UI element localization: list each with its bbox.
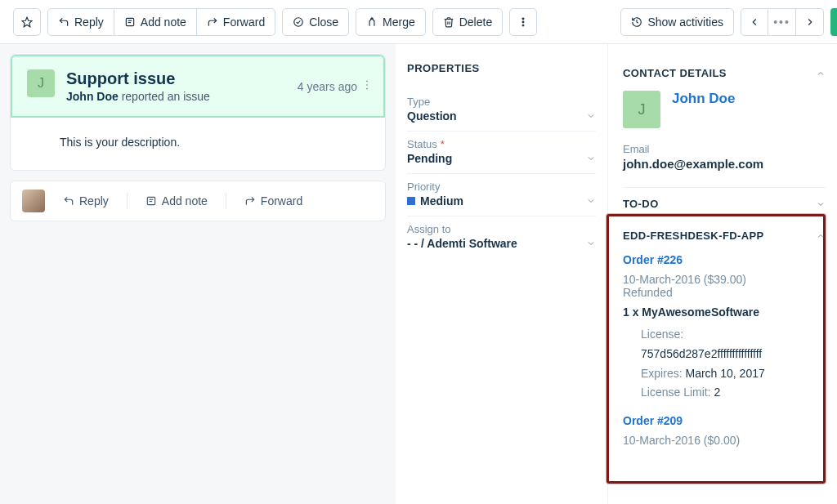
order-link[interactable]: Order #209 <box>623 414 816 427</box>
green-accent-button[interactable] <box>830 8 837 36</box>
email-label: Email <box>623 143 826 155</box>
ticket-title: Support issue <box>66 69 286 88</box>
agent-avatar <box>22 190 45 212</box>
replybar-forward-button[interactable]: Forward <box>238 191 309 211</box>
replybar-reply-button[interactable]: Reply <box>56 191 115 211</box>
prop-status[interactable]: Status * Pending <box>407 132 596 174</box>
close-button[interactable]: Close <box>282 8 349 36</box>
replybar-addnote-label: Add note <box>162 194 208 207</box>
reply-bar: Reply Add note Forward <box>10 181 386 221</box>
chevron-left-icon <box>749 16 760 28</box>
contact-avatar: J <box>623 91 660 128</box>
next-button[interactable] <box>796 8 824 36</box>
prop-status-label: Status * <box>407 138 596 150</box>
ticket-card: J Support issue John Doe reported an iss… <box>10 54 386 171</box>
reply-button[interactable]: Reply <box>47 8 114 36</box>
requester-avatar: J <box>27 69 55 97</box>
chevron-down-icon <box>586 111 596 121</box>
add-note-label: Add note <box>141 16 186 29</box>
forward-button[interactable]: Forward <box>197 8 275 36</box>
merge-icon <box>366 16 378 28</box>
toolbar: Reply Add note Forward Close Merge Delet… <box>0 0 837 44</box>
todo-heading: TO-DO <box>623 198 659 210</box>
limit-value: 2 <box>714 386 720 399</box>
replybar-reply-label: Reply <box>79 194 109 207</box>
replybar-addnote-button[interactable]: Add note <box>139 191 214 211</box>
svg-marker-0 <box>22 17 32 27</box>
separator <box>226 193 226 209</box>
chevron-down-icon <box>586 154 596 163</box>
ellipsis-icon: ••• <box>773 16 790 29</box>
email-value: john.doe@example.com <box>623 157 826 171</box>
app-body[interactable]: Order #226 10-March-2016 ($39.00) Refund… <box>623 247 826 467</box>
contact-name-link[interactable]: John Doe <box>672 91 735 128</box>
ticket-column: J Support issue John Doe reported an iss… <box>0 44 396 504</box>
order-link[interactable]: Order #226 <box>623 253 816 266</box>
reply-label: Reply <box>74 16 104 29</box>
chevron-up-icon <box>816 231 826 241</box>
prop-type-value: Question <box>407 109 457 123</box>
prop-assign-label: Assign to <box>407 223 596 235</box>
merge-button[interactable]: Merge <box>356 8 426 36</box>
reply-icon <box>58 16 69 28</box>
app-header[interactable]: EDD-FRESHDESK-FD-APP <box>623 225 826 247</box>
merge-label: Merge <box>383 16 415 29</box>
prop-assign-value: - - / Ademti Software <box>407 237 517 250</box>
forward-label: Forward <box>223 16 265 29</box>
priority-dot-icon <box>407 197 415 205</box>
ticket-body: This is your description. <box>11 118 385 170</box>
note-icon <box>145 195 157 207</box>
chevron-down-icon <box>586 196 596 206</box>
prop-priority-value: Medium <box>407 194 463 207</box>
pager: ••• <box>741 8 824 36</box>
kebab-icon <box>517 16 529 28</box>
show-activities-button[interactable]: Show activities <box>620 8 734 36</box>
history-icon <box>631 16 642 28</box>
todo-header[interactable]: TO-DO <box>623 187 826 220</box>
delete-label: Delete <box>459 16 492 29</box>
ticket-header: J Support issue John Doe reported an iss… <box>11 55 385 118</box>
note-icon <box>124 16 136 28</box>
forward-icon <box>244 195 256 207</box>
svg-point-6 <box>522 21 524 23</box>
prop-assign[interactable]: Assign to - - / Ademti Software <box>407 216 596 258</box>
order-line-item: 1 x MyAwesomeSoftware <box>623 306 816 319</box>
ticket-age: 4 years ago <box>298 80 357 93</box>
svg-point-10 <box>366 88 368 90</box>
ticket-meta: 4 years ago <box>298 69 369 103</box>
svg-point-5 <box>522 18 524 20</box>
required-star: * <box>441 138 445 150</box>
pager-ellipsis[interactable]: ••• <box>768 8 796 36</box>
right-column: CONTACT DETAILS J John Doe Email john.do… <box>608 44 837 504</box>
limit-label: License Limit: <box>641 386 714 399</box>
requester-name: John Doe <box>66 90 119 103</box>
chevron-right-icon <box>804 16 816 28</box>
replybar-forward-label: Forward <box>261 194 302 207</box>
trash-icon <box>443 16 454 28</box>
delete-button[interactable]: Delete <box>432 8 503 36</box>
contact-details-header[interactable]: CONTACT DETAILS <box>623 62 826 84</box>
ticket-more-button[interactable] <box>365 79 369 93</box>
reply-icon <box>63 195 74 207</box>
ticket-title-wrap: Support issue John Doe reported an issue <box>66 69 286 103</box>
chevron-down-icon <box>816 199 826 209</box>
forward-icon <box>207 16 218 28</box>
prop-type-label: Type <box>407 96 596 108</box>
prev-button[interactable] <box>741 8 768 36</box>
add-note-button[interactable]: Add note <box>114 8 197 36</box>
star-icon <box>21 16 33 28</box>
toolbar-left: Reply Add note Forward Close Merge Delet… <box>13 8 537 36</box>
check-circle-icon <box>293 16 304 28</box>
main-layout: J Support issue John Doe reported an iss… <box>0 44 837 504</box>
prop-priority[interactable]: Priority Medium <box>407 174 596 216</box>
properties-column: PROPERTIES Type Question Status * Pendin… <box>396 44 608 504</box>
star-button[interactable] <box>13 8 41 36</box>
chevron-up-icon <box>816 69 826 78</box>
app-heading: EDD-FRESHDESK-FD-APP <box>623 230 764 242</box>
prop-priority-value-text: Medium <box>420 194 463 207</box>
prop-priority-label: Priority <box>407 181 596 193</box>
prop-type[interactable]: Type Question <box>407 89 596 132</box>
chevron-down-icon <box>586 239 596 248</box>
kebab-icon <box>365 79 369 91</box>
more-button[interactable] <box>509 8 537 36</box>
